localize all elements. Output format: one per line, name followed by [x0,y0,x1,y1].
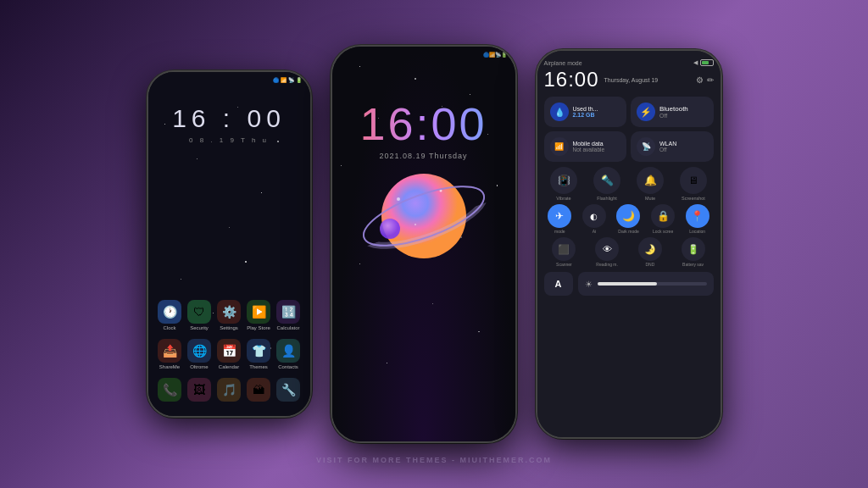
cc-btn-lockscreen[interactable]: 🔒 Lock scree [647,204,679,234]
cc-tile-wlan[interactable]: 📡 WLAN Off [631,131,714,162]
cc-wlan-title: WLAN [659,141,676,147]
cc-time-row: 16:00 Thursday, August 19 ⚙ ✏ [544,68,714,92]
cc-btn-scanner[interactable]: ⬛ Scanner [544,237,585,267]
cc-bottom-row: A ☀ [544,272,714,296]
cc-btn-screenshot[interactable]: 🖥 Screenshot [674,167,714,201]
left-clock: 16 : 00 0 8 . 1 9 T h u [148,104,310,144]
app-tools[interactable]: 🔧 [275,378,302,403]
cc-buttons-row1: 📳 Vibrate 🔦 Flashlight 🔔 Mute 🖥 Screensh… [544,167,714,201]
cc-brightness-slider[interactable]: ☀ [578,272,714,296]
cc-btn-location[interactable]: 📍 Location [682,204,714,234]
app-playstore[interactable]: ▶️ Play Store [245,300,272,330]
phone-screen-center: 🔵📶📡🔋 16:00 2021.08.19 Thursday [332,47,515,441]
svg-point-4 [415,224,416,225]
app-chrome[interactable]: 🌐 Oltrome [186,339,213,369]
left-clock-date: 0 8 . 1 9 T h u [148,136,310,144]
app-contacts[interactable]: 👤 Contacts [275,339,302,369]
cc-mobile-title: Mobile data [573,141,605,147]
app-phone[interactable]: 📞 [156,378,183,403]
app-row-2: 📤 ShareMe 🌐 Oltrome 📅 Calendar 👕 [155,339,303,369]
cc-btn-vibrate[interactable]: 📳 Vibrate [544,167,584,201]
phone-screen-left: 🔵 📶 📡 🔋 16 : 00 0 8 . 1 9 T h u 🕐 [148,72,310,416]
center-time-display: 16:00 [332,97,515,150]
cc-wlan-sub: Off [659,147,676,152]
cc-tiles-row2: 📶 Mobile data Not available 📡 WLAN Off [544,131,714,162]
watermark: VISIT FOR MORE THEMES - MIUITHEMER.COM [0,456,868,464]
phone-screen-right: Airplane mode ◀ 16:00 Thursday, August 1… [537,51,721,437]
airplane-mode-label: Airplane mode [544,60,582,66]
app-row-3: 📞 🖼 🎵 🏔 [155,378,303,403]
app-music[interactable]: 🎵 [215,378,242,403]
phone-center: 🔵📶📡🔋 16:00 2021.08.19 Thursday [331,45,517,443]
cc-btn-flashlight[interactable]: 🔦 Flashlight [587,167,627,201]
cc-tile-bt-title: Bluetooth [659,105,688,113]
cc-tile-data[interactable]: 💧 Used th... 2.12 GB [544,97,627,127]
app-calendar[interactable]: 📅 Calendar [215,339,242,369]
app-row-1: 🕐 Clock 🛡 Security ⚙️ Settings ▶️ [155,300,303,330]
cc-tiles-row1: 💧 Used th... 2.12 GB ⚡ Bluetooth Off [544,97,714,127]
cc-buttons-row2: ✈ mode ◐ Ai 🌙 Dark mode 🔒 Lock scree [544,204,714,234]
background: 🔵 📶 📡 🔋 16 : 00 0 8 . 1 9 T h u 🕐 [0,0,868,488]
cc-time-display: 16:00 [544,68,599,92]
edit-icon[interactable]: ✏ [707,75,714,85]
settings-icon[interactable]: ⚙ [696,75,704,85]
cc-buttons-row3: ⬛ Scanner 👁 Reading m. 🌛 DND 🔋 Battery s… [544,237,714,267]
svg-point-5 [380,219,400,239]
cc-font-btn[interactable]: A [544,272,573,296]
svg-point-2 [397,197,400,201]
cc-btn-airplane[interactable]: ✈ mode [544,204,576,234]
cc-mobile-sub: Not available [573,147,605,152]
app-shareme[interactable]: 📤 ShareMe [156,339,183,369]
cc-tile-data-title: Used th... [573,106,598,112]
phones-container: 🔵 📶 📡 🔋 16 : 00 0 8 . 1 9 T h u 🕐 [130,28,739,460]
cc-tile-bluetooth[interactable]: ⚡ Bluetooth Off [631,97,714,127]
app-gallery[interactable]: 🖼 [186,378,213,403]
cc-tile-mobile[interactable]: 📶 Mobile data Not available [544,131,627,162]
cc-btn-reading[interactable]: 👁 Reading m. [587,237,627,267]
app-security[interactable]: 🛡 Security [186,300,213,330]
cc-btn-ai[interactable]: ◐ Ai [578,204,610,234]
app-grid-left: 🕐 Clock 🛡 Security ⚙️ Settings ▶️ [148,300,310,403]
app-calculator[interactable]: 🔢 Calculator [275,300,302,330]
cc-tile-data-sub: 2.12 GB [573,112,598,118]
cc-btn-darkmode[interactable]: 🌙 Dark mode [613,204,645,234]
app-photos[interactable]: 🏔 [245,378,272,403]
cc-btn-mute[interactable]: 🔔 Mute [631,167,670,201]
phone-right: Airplane mode ◀ 16:00 Thursday, August 1… [536,49,722,439]
cc-top-bar: Airplane mode ◀ [544,59,714,66]
status-bar-center: 🔵📶📡🔋 [483,52,507,58]
app-themes[interactable]: 👕 Themes [245,339,272,369]
cc-tile-bt-sub: Off [659,113,688,119]
left-clock-time: 16 : 00 [148,104,310,133]
cc-btn-dnd[interactable]: 🌛 DND [630,237,670,267]
planet-illustration [356,148,492,284]
cc-btn-battery[interactable]: 🔋 Battery sav [673,237,714,267]
app-settings[interactable]: ⚙️ Settings [215,300,242,330]
phone-left: 🔵 📶 📡 🔋 16 : 00 0 8 . 1 9 T h u 🕐 [147,70,312,418]
status-bar-left: 🔵 📶 📡 🔋 [273,77,302,83]
cc-date-display: Thursday, August 19 [604,77,659,83]
app-clock[interactable]: 🕐 Clock [156,300,183,330]
